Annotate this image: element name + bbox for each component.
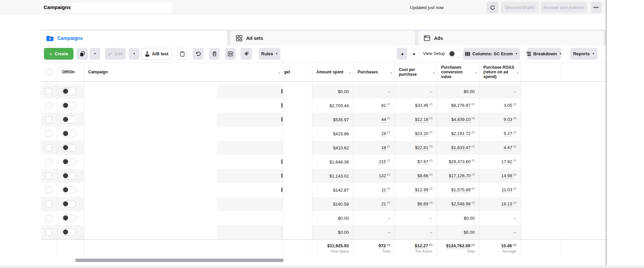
metric-link[interactable]: $2,191.72 — [451, 131, 471, 137]
metric-link[interactable]: 81 — [381, 103, 386, 109]
metric-link[interactable]: $23.10 — [415, 131, 428, 137]
tag-button[interactable] — [240, 48, 252, 60]
row-checkbox[interactable] — [45, 102, 52, 109]
metric-link[interactable]: $8.66 — [418, 173, 429, 179]
campaign-toggle[interactable] — [62, 144, 76, 151]
column-header-cost-per-purchase[interactable]: Cost per purchase▼ — [394, 63, 437, 81]
campaign-toggle[interactable] — [62, 158, 76, 165]
tab-campaigns[interactable]: Campaigns — [41, 31, 227, 46]
refresh-button[interactable] — [486, 2, 498, 13]
metric-link[interactable]: $2,548.98 — [451, 201, 471, 207]
arrow-left-icon: ◀ — [401, 52, 403, 56]
column-header-purchases-conversion-value[interactable]: Purchases conversion value▼ — [437, 63, 479, 81]
metric-link[interactable]: $6.69 — [418, 201, 429, 207]
column-header-off-on[interactable]: Off/On — [57, 63, 84, 81]
breakdown-button[interactable]: Breakdown ▼ — [527, 48, 561, 60]
duplicate-menu-button[interactable]: ▼ — [90, 48, 100, 60]
column-header-amount-spent[interactable]: Amount spent▼ — [312, 63, 353, 81]
review-and-publish-button[interactable]: Review and publish — [541, 2, 587, 13]
tab-ad-sets[interactable]: Ad sets — [230, 31, 415, 46]
metric-link[interactable]: 3.05 — [504, 103, 512, 109]
metric-link[interactable]: $12.18 — [415, 117, 428, 123]
metric-link[interactable]: 21 — [381, 201, 386, 207]
amount-spent-cell: $1,648.36 — [312, 155, 353, 169]
clipboard-button[interactable] — [177, 48, 187, 60]
metric-link[interactable]: $4,839.10 — [451, 117, 471, 123]
metric-link[interactable]: 9.03 — [504, 117, 512, 123]
metric-link[interactable]: 11.03 — [502, 187, 513, 193]
vertical-scrollbar[interactable] — [606, 0, 606, 265]
undo-button[interactable] — [193, 48, 204, 60]
metric-link[interactable]: 972 — [379, 243, 386, 249]
metric-link[interactable]: $8,276.97 — [451, 103, 471, 109]
ab-test-button[interactable]: A/B test — [141, 48, 172, 60]
prev-columns-button[interactable]: ◀ — [397, 48, 407, 60]
campaign-toggle[interactable] — [62, 172, 76, 180]
metric-link[interactable]: 18.13 — [501, 201, 513, 207]
create-button[interactable]: + Create — [44, 48, 73, 60]
column-header-purchases[interactable]: Purchases▼ — [353, 63, 394, 81]
rules-button[interactable]: Rules ▼ — [259, 48, 280, 60]
edit-button[interactable]: Edit — [105, 48, 126, 60]
select-all-checkbox[interactable] — [45, 69, 52, 75]
campaign-toggle[interactable] — [62, 130, 76, 137]
campaign-toggle[interactable] — [62, 102, 76, 109]
campaign-toggle[interactable] — [62, 186, 76, 194]
metric-link[interactable]: 215 — [379, 159, 386, 165]
metric-link[interactable]: 44 — [381, 117, 386, 123]
ref-marker: [2] — [472, 131, 475, 134]
metric-link[interactable]: 11 — [382, 187, 386, 193]
campaign-toggle[interactable] — [62, 116, 76, 123]
metric-link[interactable]: 5.27 — [504, 131, 512, 137]
tab-ads[interactable]: Ads — [418, 31, 604, 46]
campaign-toggle[interactable] — [62, 228, 76, 236]
export-button[interactable] — [225, 48, 236, 60]
row-checkbox[interactable] — [45, 82, 52, 84]
column-header-campaign[interactable]: Campaign▼ — [84, 63, 283, 81]
row-checkbox[interactable] — [45, 130, 52, 137]
metric-link[interactable]: $1,833.47 — [451, 145, 471, 151]
metric-link[interactable]: $17,126.70 — [449, 173, 471, 179]
row-checkbox[interactable] — [45, 116, 52, 123]
next-columns-button[interactable]: ▶ — [409, 48, 420, 60]
metric-link[interactable]: $12.27 — [415, 243, 428, 249]
delete-button[interactable] — [209, 48, 220, 60]
more-options-button[interactable]: ••• — [591, 2, 601, 13]
view-setup-toggle[interactable] — [448, 50, 463, 58]
row-checkbox[interactable] — [45, 173, 52, 179]
discard-drafts-button[interactable]: Discard Drafts — [501, 2, 539, 13]
sort-icon: ▼ — [278, 71, 281, 75]
metric-link[interactable]: $7.67 — [418, 159, 429, 165]
row-checkbox[interactable] — [45, 229, 52, 236]
metric-link[interactable]: $1,575.89 — [451, 187, 471, 193]
metric-link[interactable]: 18 — [381, 145, 386, 151]
chevron-down-icon: ▼ — [275, 53, 278, 55]
metric-link[interactable]: 17.82 — [501, 159, 513, 165]
reports-button[interactable]: Reports ▼ — [570, 48, 598, 60]
metric-link[interactable]: 132 — [379, 173, 386, 179]
row-checkbox[interactable] — [45, 201, 52, 207]
duplicate-button[interactable] — [76, 48, 88, 60]
metric-link[interactable]: $12.99 — [415, 187, 428, 193]
horizontal-scrollbar-thumb[interactable] — [75, 259, 284, 262]
campaign-toggle[interactable] — [62, 214, 76, 222]
metric-link[interactable]: $33.45 — [415, 103, 428, 109]
row-checkbox[interactable] — [45, 215, 52, 221]
metric-link[interactable]: $29,373.60 — [449, 159, 471, 165]
metric-link[interactable]: 4.47 — [504, 145, 512, 151]
metric-link[interactable]: 18 — [381, 131, 386, 137]
campaign-toggle[interactable] — [62, 200, 76, 208]
metric-link[interactable]: $22.81 — [415, 145, 428, 151]
metric-link[interactable]: 10.46 — [501, 243, 512, 249]
row-checkbox[interactable] — [45, 88, 52, 95]
column-header-budget-partially-hidden[interactable]: get — [283, 63, 312, 81]
column-header-purchase-roas[interactable]: Purchase ROAS (return on ad spend)▼ — [479, 63, 521, 81]
edit-menu-button[interactable]: ▼ — [129, 48, 140, 60]
row-checkbox[interactable] — [45, 144, 52, 151]
metric-link[interactable]: 14.98 — [501, 173, 513, 179]
campaign-toggle[interactable] — [62, 88, 76, 95]
row-checkbox[interactable] — [45, 158, 52, 165]
columns-button[interactable]: Columns: SC Ecom ▼ — [463, 48, 520, 60]
row-checkbox[interactable] — [45, 187, 52, 193]
metric-link[interactable]: $124,762.59 — [446, 243, 470, 249]
